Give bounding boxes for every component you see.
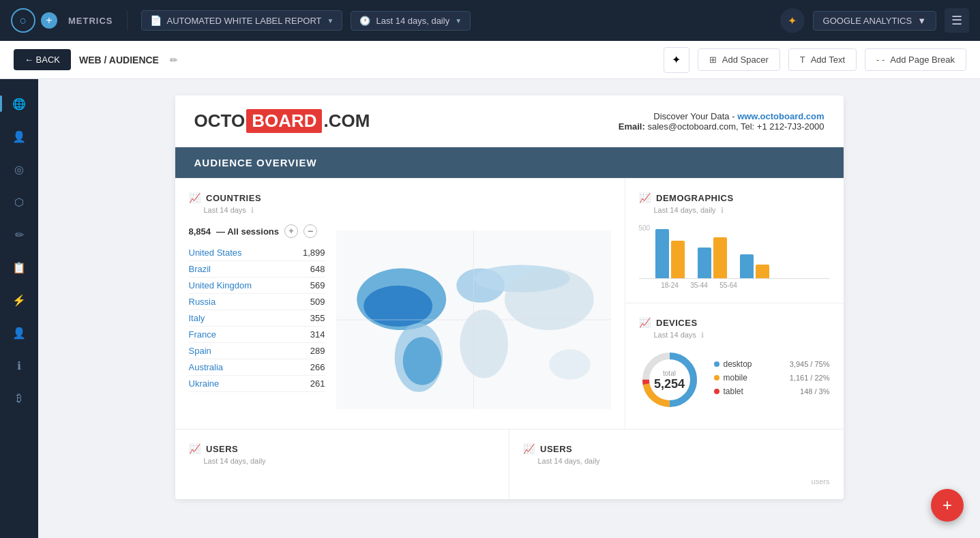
- hamburger-button[interactable]: ☰: [945, 8, 969, 33]
- text-icon: T: [800, 55, 805, 65]
- fab-button[interactable]: +: [931, 489, 964, 522]
- bar-section-55-64: [740, 254, 769, 278]
- devices-info-icon[interactable]: ℹ: [701, 331, 704, 339]
- main-layout: 🌐 👤 ◎ ⬡ ✏ 📋 ⚡ 👤 ℹ ₿ OCTO BOARD .COM Disc…: [0, 79, 980, 538]
- wand-button[interactable]: ✦: [664, 47, 689, 73]
- table-row: Australia266: [189, 359, 325, 376]
- sidebar-item-users[interactable]: 👤: [5, 123, 33, 150]
- y-label: 500: [639, 224, 651, 232]
- analytics-name: GOOGLE ANALYTICS: [823, 16, 912, 26]
- trend-icon: 📈: [189, 192, 201, 203]
- all-sessions-row: 8,854 — All sessions + −: [189, 224, 325, 238]
- world-map: [336, 224, 611, 415]
- nav-right: ✦ GOOGLE ANALYTICS ▼ ☰: [780, 8, 969, 33]
- demo-trend-icon: 📈: [639, 192, 651, 203]
- device-value: 1,161 / 22%: [790, 374, 830, 382]
- app-name: METRICS: [68, 16, 113, 26]
- country-name[interactable]: United Kingdom: [189, 280, 252, 290]
- devices-legend: desktop 3,945 / 75% mobile 1,161 / 22% t…: [714, 359, 830, 400]
- zoom-out-button[interactable]: −: [303, 224, 317, 238]
- tel-value: +1 212-7J3-2000: [757, 121, 825, 132]
- country-name[interactable]: Ukraine: [189, 378, 220, 389]
- contact-info: Email: sales@octoboard.com, Tel: +1 212-…: [619, 121, 825, 132]
- device-name: tablet: [724, 387, 743, 396]
- device-value: 3,945 / 75%: [790, 360, 830, 368]
- sidebar-item-edit[interactable]: ✏: [5, 221, 33, 248]
- country-value: 355: [310, 313, 325, 323]
- section-header: AUDIENCE OVERVIEW: [175, 147, 844, 178]
- table-row: Spain289: [189, 343, 325, 359]
- demo-info-icon[interactable]: ℹ: [721, 206, 724, 214]
- logo-left: OCTO: [194, 110, 246, 132]
- report-selector[interactable]: 📄 AUTOMATED WHITE LABEL REPORT ▼: [141, 10, 343, 31]
- add-text-button[interactable]: T Add Text: [788, 48, 857, 71]
- country-value: 261: [310, 378, 325, 389]
- country-name[interactable]: Russia: [189, 297, 216, 307]
- add-spacer-button[interactable]: ⊞ Add Spacer: [698, 48, 780, 71]
- country-name[interactable]: Brazil: [189, 264, 211, 274]
- demographics-title: 📈 DEMOGRAPHICS: [639, 192, 830, 203]
- logo-board: BOARD: [246, 109, 322, 133]
- tel-label: Tel:: [741, 121, 754, 132]
- demographics-subtitle: Last 14 days, daily ℹ: [654, 206, 830, 215]
- devices-trend-icon: 📈: [639, 317, 651, 328]
- sidebar-item-person[interactable]: 👤: [5, 319, 33, 346]
- plus-button[interactable]: +: [41, 12, 57, 29]
- country-value: 1,899: [303, 248, 325, 258]
- bar-section-35-44: [698, 237, 727, 278]
- date-range: Last 14 days, daily: [376, 16, 449, 26]
- svg-point-8: [504, 268, 593, 330]
- table-row: Italy355: [189, 310, 325, 327]
- countries-subtitle: Last 14 days ℹ: [204, 206, 611, 215]
- break-icon: - -: [876, 55, 885, 65]
- sidebar-item-info[interactable]: ℹ: [5, 352, 33, 379]
- sidebar-item-network[interactable]: ⬡: [5, 188, 33, 215]
- report-card: OCTO BOARD .COM Discover Your Data - www…: [175, 95, 844, 499]
- report-header: OCTO BOARD .COM Discover Your Data - www…: [175, 95, 844, 147]
- devices-subtitle: Last 14 days ℹ: [654, 331, 830, 340]
- email-value: sales@octoboard.com,: [647, 121, 738, 132]
- country-name[interactable]: Australia: [189, 362, 224, 372]
- sidebar-item-web[interactable]: 🌐: [5, 90, 33, 117]
- bar-label-35-44: 35-44: [685, 282, 714, 289]
- all-sessions-label: — All sessions: [216, 226, 279, 237]
- doc-icon: 📄: [150, 15, 162, 26]
- map-svg: [336, 224, 611, 415]
- bar-label-18-24: 18-24: [655, 282, 685, 289]
- toolbar: ← BACK WEB / AUDIENCE ✏ ✦ ⊞ Add Spacer T…: [0, 41, 980, 79]
- legend-name: mobile: [714, 373, 747, 383]
- bar-35-44-female: [713, 237, 727, 278]
- back-button[interactable]: ← BACK: [14, 49, 71, 70]
- bar-section-18-24: [655, 229, 685, 278]
- countries-title: 📈 COUNTRIES: [189, 192, 611, 203]
- add-page-break-button[interactable]: - - Add Page Break: [865, 48, 966, 71]
- legend-dot: [714, 375, 719, 380]
- country-name[interactable]: Italy: [189, 313, 205, 323]
- website-link[interactable]: www.octoboard.com: [737, 111, 824, 121]
- country-name[interactable]: France: [189, 329, 216, 340]
- sparkle-button[interactable]: ✦: [780, 8, 805, 33]
- date-range-selector[interactable]: 🕐 Last 14 days, daily ▼: [351, 11, 471, 31]
- bottom-trend-1: 📈: [189, 443, 201, 454]
- bottom-title-1: 📈 USERS: [189, 443, 495, 454]
- bottom-trend-2: 📈: [523, 443, 535, 454]
- zoom-in-button[interactable]: +: [284, 224, 298, 238]
- sidebar-item-target[interactable]: ◎: [5, 155, 33, 183]
- donut-label: total 5,254: [654, 369, 685, 391]
- devices-title: 📈 DEVICES: [639, 317, 830, 328]
- sidebar-item-flash[interactable]: ⚡: [5, 286, 33, 314]
- analytics-caret-icon: ▼: [917, 16, 926, 26]
- legend-dot: [714, 361, 719, 367]
- sidebar-item-crypto[interactable]: ₿: [5, 385, 33, 412]
- svg-point-4: [402, 337, 441, 385]
- country-name[interactable]: United States: [189, 248, 242, 258]
- countries-info-icon[interactable]: ℹ: [251, 206, 254, 214]
- analytics-selector[interactable]: GOOGLE ANALYTICS ▼: [813, 11, 936, 31]
- sidebar-item-list[interactable]: 📋: [5, 254, 33, 281]
- edit-icon[interactable]: ✏: [170, 55, 178, 65]
- date-caret-icon: ▼: [455, 17, 462, 25]
- bottom-widget-1: 📈 USERS Last 14 days, daily: [175, 430, 509, 499]
- country-name[interactable]: Spain: [189, 346, 211, 356]
- device-name: mobile: [724, 373, 747, 383]
- list-item: mobile 1,161 / 22%: [714, 373, 830, 383]
